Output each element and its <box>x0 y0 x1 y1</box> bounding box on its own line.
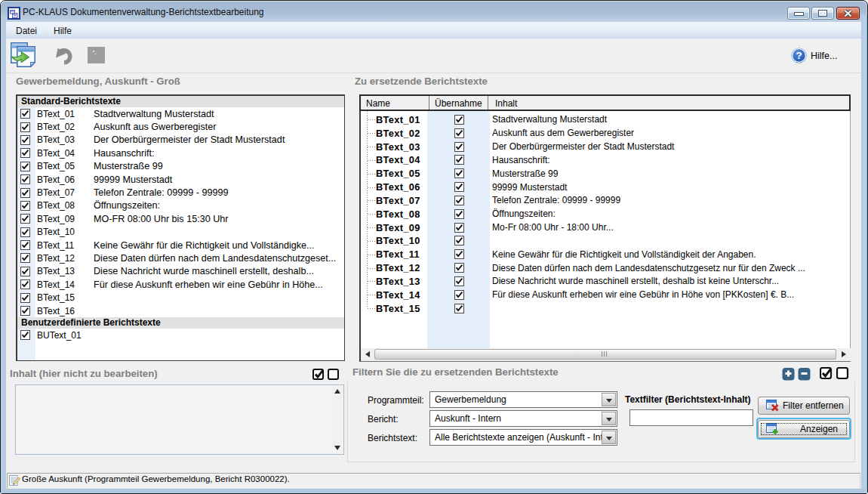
svg-text:?: ? <box>796 50 802 61</box>
